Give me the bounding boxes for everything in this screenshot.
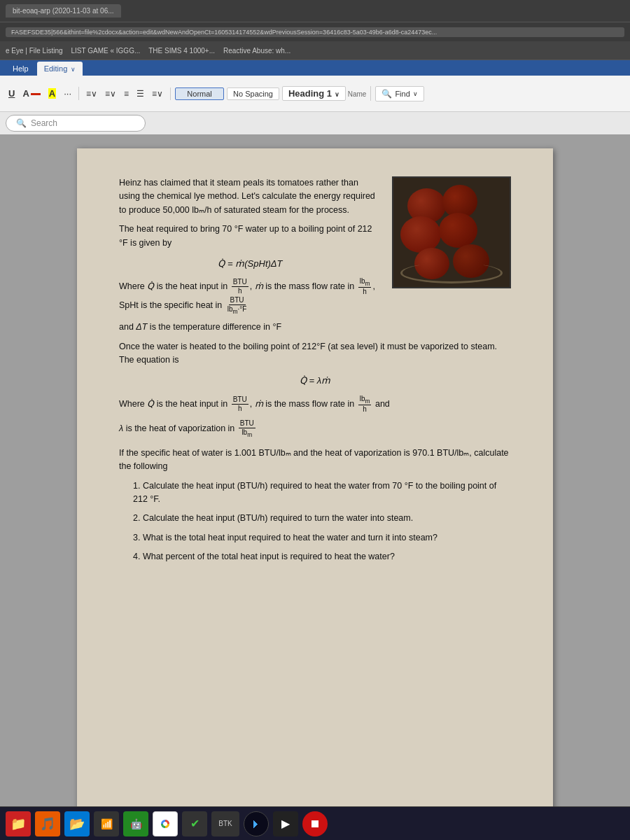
center-btk-label[interactable]: BTK (211, 811, 239, 836)
tab-help[interactable]: Help (6, 62, 36, 76)
file-manager-icon[interactable]: 📁 (6, 811, 31, 836)
play-icon[interactable]: ▶ (273, 811, 298, 836)
bookmark-reactive[interactable]: Reactive Abuse: wh... (223, 47, 290, 55)
search-magnifier-icon: 🔍 (16, 118, 27, 128)
font-section: U A A ··· (6, 87, 79, 100)
style-normal[interactable]: Normal (175, 88, 224, 100)
bookmarks-bar: e Eye | File Listing LIST GAME « IGGG...… (0, 42, 630, 60)
list-item-4: 4. What percent of the total heat input … (133, 550, 511, 564)
formula-2: Q̇ = λṁ (119, 374, 511, 388)
media-player-icon[interactable]: ⏵ (244, 811, 269, 836)
ribbon-tabs: Help Editing ∨ (0, 60, 630, 76)
music-icon[interactable]: 🎵 (35, 811, 60, 836)
underline-button[interactable]: U (6, 87, 18, 100)
justify-button[interactable]: ☰ (134, 88, 147, 100)
android-icon[interactable]: 🤖 (123, 811, 148, 836)
style-heading1[interactable]: Heading 1 ∨ (282, 86, 346, 101)
font-color-button[interactable]: A (20, 87, 43, 100)
paragraph-3: Once the water is heated to the boiling … (119, 340, 511, 368)
wifi-icon[interactable]: 📶 (94, 811, 119, 836)
browser-tab[interactable]: bit-eoaq-arp (2020-11-03 at 06... (6, 4, 121, 18)
word-ribbon: Help Editing ∨ (0, 60, 630, 76)
bookmark-list[interactable]: LIST GAME « IGGG... (71, 47, 141, 55)
folder-blue-icon[interactable]: 📂 (64, 811, 90, 836)
bookmark-sims[interactable]: THE SIMS 4 1000+... (148, 47, 215, 55)
find-box[interactable]: 🔍 Find ∨ (375, 86, 424, 102)
svg-point-2 (163, 822, 167, 826)
list-item-2: 2. Calculate the heat input (BTU/h) requ… (133, 512, 511, 525)
align-button[interactable]: ≡ (121, 88, 132, 100)
search-icon: 🔍 (382, 89, 392, 99)
where-line-1b: and ΔT is the temperature difference in … (119, 321, 511, 334)
doc-image (392, 176, 511, 288)
url-bar[interactable]: FASEFSDE35|566&ithint=file%2cdocx&action… (6, 27, 624, 37)
browser-chrome: bit-eoaq-arp (2020-11-03 at 06... (0, 0, 630, 22)
list-item-3: 3. What is the total heat input required… (133, 531, 511, 545)
doc-area: Heinz has claimed that it steam peals it… (0, 134, 630, 840)
list-item-1: 1. Calculate the heat input (BTU/h) requ… (133, 479, 511, 507)
word-app: Help Editing ∨ U A A ··· (0, 60, 630, 840)
styles-section: Normal No Spacing Heading 1 ∨ Name (175, 86, 371, 101)
list-items: 1. Calculate the heat input (BTU/h) requ… (119, 479, 511, 564)
list-outdent-button[interactable]: ≡∨ (102, 88, 119, 100)
list-indent-button[interactable]: ≡∨ (83, 88, 100, 100)
where-line-2b: λ is the heat of vaporization in BTUlbm (119, 419, 511, 438)
highlight-button[interactable]: A (46, 87, 59, 100)
search-bar-row: 🔍 Search (0, 112, 630, 134)
bookmark-eye[interactable]: e Eye | File Listing (6, 47, 63, 55)
ribbon-toolbar: U A A ··· ≡∨ ≡∨ ≡ (0, 76, 630, 112)
style-no-spacing[interactable]: No Spacing (227, 88, 279, 100)
doc-page: Heinz has claimed that it steam peals it… (77, 148, 553, 826)
styles-row: Normal No Spacing Heading 1 ∨ (175, 86, 346, 101)
paragraph-section: ≡∨ ≡∨ ≡ ☰ ≡∨ (83, 88, 171, 100)
stop-icon[interactable]: ⏹ (302, 811, 328, 836)
taskbar: 📁 🎵 📂 📶 🤖 ✔ BTK ⏵ ▶ ⏹ (0, 806, 630, 840)
tab-editing[interactable]: Editing ∨ (37, 62, 83, 76)
find-section: 🔍 Find ∨ (375, 86, 428, 102)
check-icon[interactable]: ✔ (182, 811, 207, 836)
url-bar-area: FASEFSDE35|566&ithint=file%2cdocx&action… (0, 22, 630, 42)
more-button[interactable]: ··· (61, 87, 74, 100)
search-input[interactable]: 🔍 Search (6, 115, 146, 132)
where-line-2: Where Q̇ is the heat input in BTUh, ṁ is… (119, 395, 511, 414)
style-name-label: Name (348, 90, 367, 98)
chrome-icon[interactable] (153, 811, 178, 836)
line-spacing-button[interactable]: ≡∨ (149, 88, 166, 100)
paragraph-4: If the specific heat of water is 1.001 B… (119, 447, 511, 474)
